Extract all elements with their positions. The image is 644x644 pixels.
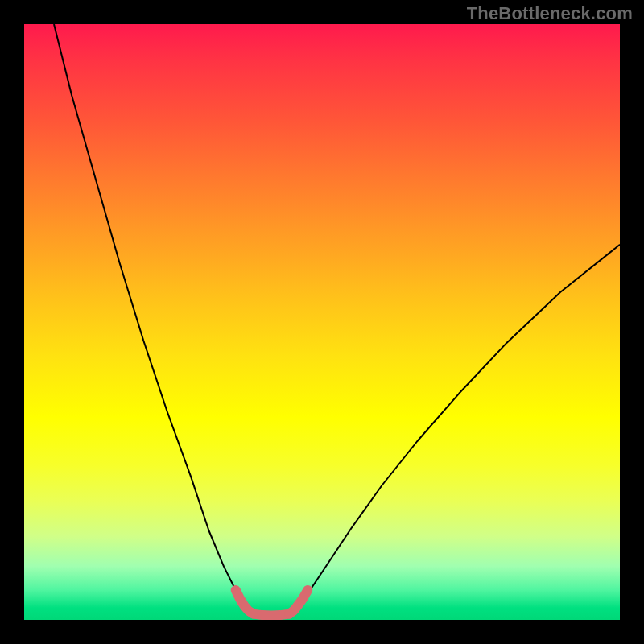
series-curve-right [298, 245, 620, 605]
watermark-text: TheBottleneck.com [467, 3, 633, 24]
series-curve-left [54, 24, 245, 605]
plot-area [24, 24, 620, 620]
series-highlight-right [289, 590, 308, 614]
chart-frame: TheBottleneck.com [0, 0, 644, 644]
chart-svg [24, 24, 620, 620]
series-highlight-bottom [254, 614, 289, 616]
